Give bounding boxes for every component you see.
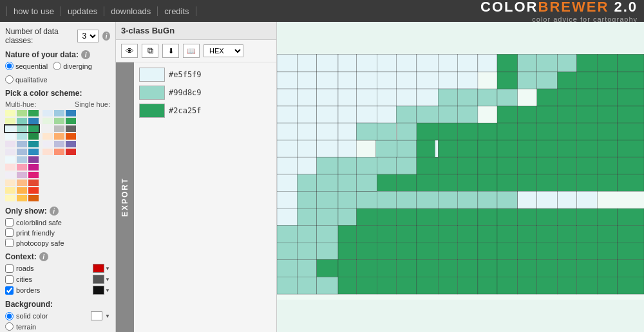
svg-rect-226 xyxy=(497,277,518,294)
nature-info-icon[interactable]: i xyxy=(81,50,90,59)
eye-tool-button[interactable]: 👁 xyxy=(121,44,138,58)
context-info-icon[interactable]: i xyxy=(39,252,48,261)
terrain-radio[interactable] xyxy=(5,322,14,331)
colorblind-checkbox[interactable] xyxy=(5,218,14,226)
swatch-pubu[interactable] xyxy=(5,149,39,155)
svg-rect-136 xyxy=(457,157,478,174)
svg-rect-121 xyxy=(438,123,457,140)
nav-how-to-use[interactable]: how to use xyxy=(6,6,61,16)
nav-links: how to use updates downloads credits xyxy=(6,6,480,16)
svg-rect-13 xyxy=(298,72,317,89)
num-classes-info-icon[interactable]: i xyxy=(102,32,110,41)
photocopy-label[interactable]: photocopy safe xyxy=(16,239,64,247)
export-wrapper: EXPORT #e5f5f9 #99d8c9 #2ca25f xyxy=(116,62,276,332)
swatch-greens[interactable] xyxy=(43,118,76,124)
cities-color-btn[interactable] xyxy=(93,275,104,284)
svg-rect-195 xyxy=(497,243,518,259)
svg-rect-210 xyxy=(478,259,497,277)
solid-color-radio[interactable] xyxy=(5,312,14,320)
svg-rect-247 xyxy=(537,191,558,208)
svg-rect-181 xyxy=(518,225,537,243)
print-label[interactable]: print friendly xyxy=(16,229,55,237)
svg-rect-48 xyxy=(277,191,298,208)
swatch-pubugn[interactable] xyxy=(5,141,39,147)
only-show-info-icon[interactable]: i xyxy=(50,207,59,216)
swatch-ylorbr[interactable] xyxy=(5,195,39,201)
svg-rect-56 xyxy=(557,54,576,72)
cities-label[interactable]: cities xyxy=(16,275,90,283)
swatch-blues[interactable] xyxy=(43,110,76,116)
context-label: Context: i xyxy=(5,252,110,261)
svg-rect-80 xyxy=(277,225,298,243)
borders-color-btn[interactable] xyxy=(93,286,104,295)
swatch-ylorrd[interactable] xyxy=(5,187,39,194)
swatch-greys[interactable] xyxy=(43,125,76,132)
svg-rect-114 xyxy=(518,123,537,140)
svg-rect-178 xyxy=(457,225,478,243)
solid-color-label[interactable]: solid color xyxy=(16,312,88,320)
swatch-ylgn[interactable] xyxy=(5,110,39,116)
cities-color-arrow[interactable]: ▼ xyxy=(105,277,110,282)
svg-rect-172 xyxy=(338,225,357,243)
svg-rect-45 xyxy=(277,157,298,174)
roads-checkbox[interactable] xyxy=(5,264,14,273)
nature-diverging-radio[interactable] xyxy=(53,62,61,70)
nature-sequential-label[interactable]: sequential xyxy=(5,62,48,70)
swatch-oranges[interactable] xyxy=(43,133,76,140)
nature-qualitative-radio[interactable] xyxy=(5,75,14,84)
borders-label[interactable]: borders xyxy=(16,286,90,294)
svg-rect-77 xyxy=(298,208,317,225)
print-checkbox[interactable] xyxy=(5,228,14,237)
nav-downloads[interactable]: downloads xyxy=(104,6,158,16)
svg-rect-11 xyxy=(478,54,497,72)
svg-rect-125 xyxy=(457,140,478,157)
swatch-orrd[interactable] xyxy=(5,180,39,186)
cities-checkbox[interactable] xyxy=(5,275,14,284)
svg-rect-206 xyxy=(396,259,417,277)
swatch-bupu2[interactable] xyxy=(5,156,39,163)
download-tool-button[interactable]: ⬇ xyxy=(162,44,179,58)
nature-diverging-label[interactable]: diverging xyxy=(53,62,92,70)
roads-color-btn[interactable] xyxy=(93,264,104,273)
format-select[interactable]: HEX RGB CMYK xyxy=(204,44,243,57)
borders-checkbox[interactable] xyxy=(5,286,14,295)
terrain-label[interactable]: terrain xyxy=(16,323,110,331)
svg-rect-6 xyxy=(377,54,396,72)
roads-color-arrow[interactable]: ▼ xyxy=(105,266,110,272)
swatch-reds[interactable] xyxy=(43,149,76,155)
bg-color-arrow[interactable]: ▼ xyxy=(105,313,110,319)
nav-credits[interactable]: credits xyxy=(158,6,196,16)
photocopy-checkbox[interactable] xyxy=(5,239,14,247)
nature-qualitative-text: qualitative xyxy=(15,76,48,84)
svg-rect-153 xyxy=(537,174,558,191)
copy-tool-button[interactable]: ⧉ xyxy=(142,44,158,58)
swatch-bugn[interactable] xyxy=(5,125,39,132)
single-hue-label: Single hue: xyxy=(75,100,110,108)
export-button[interactable]: EXPORT xyxy=(116,62,134,332)
nav-updates[interactable]: updates xyxy=(61,6,104,16)
nature-section: Nature of your data: i sequential diverg… xyxy=(5,50,110,84)
swatch-purd[interactable] xyxy=(5,172,39,178)
borders-color-arrow[interactable]: ▼ xyxy=(105,288,110,293)
roads-label[interactable]: roads xyxy=(16,264,90,272)
swatch-ylgnbu[interactable] xyxy=(5,118,39,124)
svg-rect-160 xyxy=(396,208,417,225)
swatch-bupu[interactable] xyxy=(5,133,39,140)
swatch-rdpu[interactable] xyxy=(5,164,39,171)
bg-color-swatch[interactable] xyxy=(91,311,102,320)
info-tool-button[interactable]: 📖 xyxy=(183,44,200,58)
export-label: EXPORT xyxy=(120,178,129,217)
swatch-purples[interactable] xyxy=(43,141,76,147)
svg-rect-144 xyxy=(618,157,644,174)
colorblind-label[interactable]: colorblind safe xyxy=(16,219,62,226)
print-row: print friendly xyxy=(5,228,110,237)
svg-rect-218 xyxy=(338,277,357,294)
nature-qualitative-label[interactable]: qualitative xyxy=(5,75,48,84)
svg-rect-73 xyxy=(298,191,317,208)
num-classes-select[interactable]: 3456789 xyxy=(77,30,99,42)
map-area[interactable] xyxy=(277,22,644,332)
svg-rect-211 xyxy=(497,259,518,277)
svg-rect-214 xyxy=(557,259,576,277)
nature-sequential-radio[interactable] xyxy=(5,62,14,70)
svg-rect-148 xyxy=(438,174,457,191)
